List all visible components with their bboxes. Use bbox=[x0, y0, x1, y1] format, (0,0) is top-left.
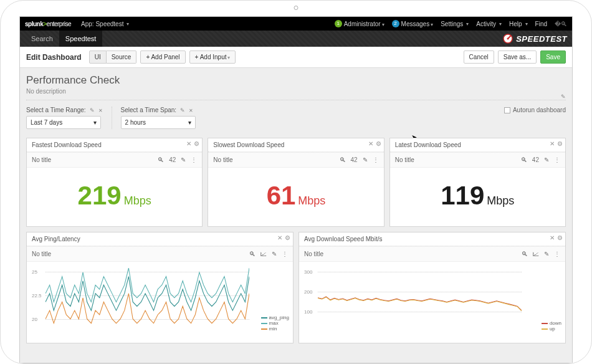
speed-legend: downup bbox=[542, 320, 561, 332]
metric-unit: Mbps bbox=[124, 194, 151, 207]
panel-title: Avg Ping/Latency bbox=[32, 236, 80, 242]
view-mode-toggle: UI Source bbox=[89, 50, 137, 64]
source-mode-button[interactable]: Source bbox=[107, 50, 137, 64]
metric-unit: Mbps bbox=[487, 194, 514, 207]
close-icon[interactable]: ✕ bbox=[550, 140, 555, 147]
gear-icon[interactable]: ⚙ bbox=[285, 234, 290, 241]
page-mode-title: Edit Dashboard bbox=[26, 53, 82, 62]
dashboard-content: Performance Check No description Select … bbox=[20, 68, 572, 363]
pencil-icon[interactable]: ✎ bbox=[181, 156, 186, 163]
close-icon[interactable]: ✕ bbox=[277, 234, 282, 241]
panel-title: Fastest Download Speed bbox=[32, 141, 102, 148]
close-icon[interactable]: ✕ bbox=[186, 140, 191, 147]
ping-chart: 25 22.5 20 avg_pingmaxmin bbox=[27, 262, 293, 343]
admin-badge: 1 bbox=[335, 20, 342, 27]
device-camera bbox=[294, 6, 298, 10]
admin-menu[interactable]: 1 Administrator bbox=[335, 20, 384, 27]
edit-icon[interactable] bbox=[561, 93, 566, 100]
ping-plot bbox=[45, 268, 249, 336]
pencil-icon[interactable]: ✎ bbox=[544, 251, 549, 257]
page-title: Performance Check bbox=[26, 74, 566, 87]
more-icon[interactable]: ⋮ bbox=[191, 156, 197, 163]
activity-menu[interactable]: Activity bbox=[476, 21, 502, 27]
search-icon[interactable]: �🔍︎ bbox=[555, 21, 567, 27]
global-topbar: splunk>enterprise App: Speedtest 1 Admin… bbox=[20, 17, 572, 31]
filter-bar: Select a Time Range: Last 7 days▾ Select… bbox=[26, 107, 566, 129]
save-as-button[interactable]: Save as... bbox=[498, 50, 537, 64]
tab-speedtest[interactable]: Speedtest bbox=[59, 31, 103, 47]
help-menu[interactable]: Help bbox=[509, 21, 528, 27]
brand-speedtest: SPEEDTEST bbox=[503, 31, 567, 47]
metric-value: 119 bbox=[441, 183, 484, 209]
gear-icon[interactable]: ⚙ bbox=[194, 140, 199, 147]
metric-value: 219 bbox=[78, 183, 122, 209]
metric-value: 61 bbox=[267, 183, 296, 209]
panel-speed-chart: Avg Download Speed Mbit/s ✕⚙ No title 🔍︎… bbox=[298, 232, 566, 343]
chevron-down-icon: ▾ bbox=[188, 119, 191, 126]
close-icon[interactable] bbox=[189, 107, 193, 113]
more-icon[interactable]: ⋮ bbox=[554, 251, 560, 257]
viz-subtitle: No title bbox=[395, 156, 521, 163]
more-icon[interactable]: ⋮ bbox=[373, 156, 379, 163]
gear-icon[interactable]: ⚙ bbox=[557, 140, 563, 147]
close-icon[interactable]: ✕ bbox=[550, 234, 555, 241]
panel-title: Slowest Download Speed bbox=[213, 141, 284, 148]
more-icon[interactable]: ⋮ bbox=[554, 156, 560, 163]
panel-latest: Latest Download Speed ✕⚙ No title 🔍︎ 42 … bbox=[389, 138, 566, 227]
speed-chart: 300 200 100 downup bbox=[299, 262, 565, 343]
edit-icon[interactable] bbox=[90, 107, 95, 113]
app-selector[interactable]: App: Speedtest bbox=[81, 21, 129, 27]
search-icon[interactable]: 🔍︎ bbox=[521, 156, 527, 163]
panel-title: Avg Download Speed Mbit/s bbox=[304, 236, 382, 242]
edit-actionbar: Edit Dashboard UI Source + Add Panel + A… bbox=[20, 47, 572, 68]
result-count: 42 bbox=[351, 156, 358, 163]
autorun-checkbox[interactable] bbox=[504, 107, 510, 113]
viz-format-icon[interactable]: 📈︎ bbox=[533, 251, 539, 257]
ping-legend: avg_pingmaxmin bbox=[261, 315, 289, 332]
panel-fastest: Fastest Download Speed ✕⚙ No title 🔍︎ 42… bbox=[26, 138, 203, 227]
search-icon[interactable]: 🔍︎ bbox=[340, 156, 346, 163]
tab-search[interactable]: Search bbox=[25, 31, 59, 47]
save-button[interactable]: Save bbox=[540, 50, 566, 64]
close-icon[interactable]: ✕ bbox=[368, 140, 373, 147]
gear-icon[interactable]: ⚙ bbox=[376, 140, 381, 147]
result-count: 42 bbox=[532, 156, 539, 163]
pencil-icon[interactable]: ✎ bbox=[544, 156, 549, 163]
search-icon[interactable]: 🔍︎ bbox=[522, 251, 528, 257]
settings-menu[interactable]: Settings bbox=[441, 21, 469, 27]
search-icon[interactable]: 🔍︎ bbox=[249, 251, 255, 257]
time-range-select[interactable]: Last 7 days▾ bbox=[26, 116, 101, 129]
messages-menu[interactable]: 2 Messages bbox=[392, 20, 434, 27]
page-subtitle: No description bbox=[26, 88, 566, 95]
svg-point-1 bbox=[507, 38, 509, 40]
add-input-button[interactable]: + Add Input bbox=[189, 50, 236, 64]
gauge-icon bbox=[503, 34, 513, 44]
add-panel-button[interactable]: + Add Panel bbox=[140, 50, 185, 64]
splunk-logo: splunk>enterprise bbox=[25, 21, 71, 27]
gear-icon[interactable]: ⚙ bbox=[557, 234, 563, 241]
app-navbar: Search Speedtest SPEEDTEST bbox=[20, 31, 572, 47]
pencil-icon[interactable]: ✎ bbox=[272, 251, 277, 257]
viz-subtitle: No title bbox=[32, 251, 249, 257]
viz-format-icon[interactable]: 📈︎ bbox=[260, 251, 267, 257]
panel-title: Latest Download Speed bbox=[395, 141, 461, 148]
speed-plot bbox=[318, 268, 522, 336]
cancel-button[interactable]: Cancel bbox=[464, 50, 494, 64]
search-icon[interactable]: 🔍︎ bbox=[158, 156, 164, 163]
panel-slowest: Slowest Download Speed ✕⚙ No title 🔍︎ 42… bbox=[208, 138, 384, 227]
panel-ping-chart: Avg Ping/Latency ✕⚙ No title 🔍︎ 📈︎ ✎ ⋮ bbox=[26, 232, 294, 343]
chevron-down-icon: ▾ bbox=[93, 119, 97, 126]
ui-mode-button[interactable]: UI bbox=[89, 50, 107, 64]
viz-subtitle: No title bbox=[213, 156, 339, 163]
find-link[interactable]: Find bbox=[535, 21, 547, 27]
close-icon[interactable] bbox=[98, 107, 103, 113]
time-range-label: Select a Time Range: bbox=[26, 107, 86, 113]
pencil-icon[interactable]: ✎ bbox=[363, 156, 368, 163]
edit-icon[interactable] bbox=[180, 107, 185, 113]
time-span-label: Select a Time Span: bbox=[121, 107, 177, 113]
more-icon[interactable]: ⋮ bbox=[282, 251, 288, 257]
autorun-label: Autorun dashboard bbox=[513, 107, 566, 113]
messages-badge: 2 bbox=[392, 20, 399, 27]
metric-unit: Mbps bbox=[298, 194, 325, 207]
time-span-select[interactable]: 2 hours▾ bbox=[121, 116, 196, 129]
